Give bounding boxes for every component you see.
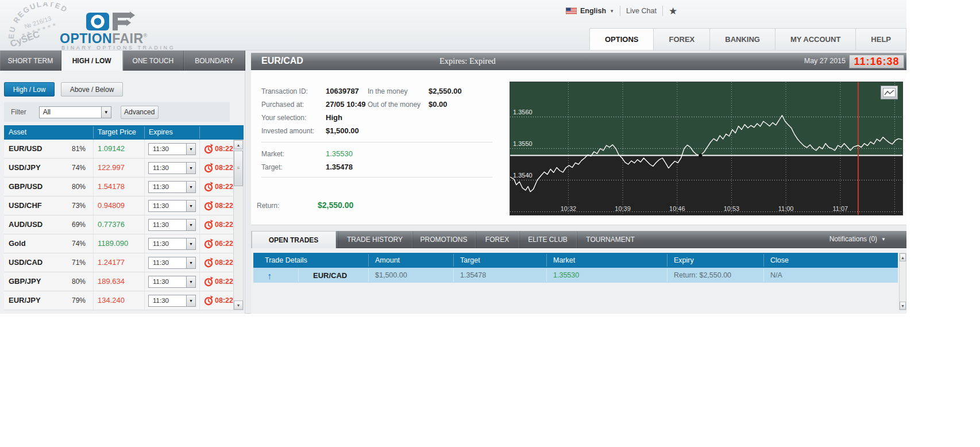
target-price: 122.997 <box>98 163 125 172</box>
instrument-title: EUR/CAD <box>261 56 303 66</box>
divider <box>261 142 492 142</box>
chevron-down-icon[interactable]: ▼ <box>186 219 195 230</box>
bottom-tab-bar: OPEN TRADES TRADE HISTORY PROMOTIONS FOR… <box>251 231 906 248</box>
transaction-id-value: 10639787 <box>326 87 359 95</box>
asset-row[interactable]: GBP/USD80%1.5417811:30▼08:22 <box>4 178 233 196</box>
asset-row[interactable]: USD/CHF73%0.9480911:30▼08:22 <box>4 196 233 215</box>
open-trades-section: Trade Details Amount Target Market Expir… <box>251 248 906 314</box>
countdown-time: 08:22 <box>215 296 233 305</box>
assets-scrollbar[interactable]: ▲ ≡ ▼ <box>233 140 244 310</box>
nav-tab-banking[interactable]: BANKING <box>709 28 775 50</box>
asset-row[interactable]: GBP/JPY80%189.63411:30▼08:22 <box>4 272 233 291</box>
asset-name: USD/CAD <box>9 258 43 267</box>
tab-high-low[interactable]: HIGH / LOW <box>61 51 123 71</box>
advanced-button[interactable]: Advanced <box>121 106 159 119</box>
divider <box>662 6 663 16</box>
nav-tab-options[interactable]: OPTIONS <box>589 28 654 50</box>
chevron-down-icon[interactable]: ▼ <box>186 201 195 211</box>
expiry-select[interactable]: 11:30▼ <box>148 276 196 288</box>
asset-row[interactable]: USD/CAD71%1.2417711:30▼08:22 <box>4 253 233 272</box>
expiry-select[interactable]: 11:30▼ <box>148 238 196 250</box>
out-money-label: Out of the money <box>368 101 420 109</box>
chevron-down-icon[interactable]: ▼ <box>186 182 195 192</box>
countdown-time: 08:22 <box>215 202 233 210</box>
nav-tab-my-account[interactable]: MY ACCOUNT <box>775 28 856 50</box>
expiry-select[interactable]: 11:30▼ <box>148 295 196 307</box>
purchased-at-value: 27/05 10:49 <box>326 100 365 109</box>
open-trade-row[interactable]: ↑ EUR/CAD $1,500.00 1.35478 1.35530 Retu… <box>253 268 898 283</box>
assets-panel: High / Low Above / Below Filter All ▼ Ad… <box>0 71 245 314</box>
tab-forex[interactable]: FOREX <box>475 231 519 248</box>
chevron-down-icon[interactable]: ▼ <box>186 295 195 306</box>
tab-promotions[interactable]: PROMOTIONS <box>412 231 475 248</box>
countdown-time: 08:22 <box>215 259 233 267</box>
trade-target: 1.35478 <box>460 271 486 279</box>
detail-label: Invested amount: <box>261 127 314 135</box>
chevron-down-icon[interactable]: ▼ <box>186 163 195 174</box>
asset-row[interactable]: EUR/USD81%1.0914211:30▼08:22 <box>4 140 233 159</box>
nav-tab-help[interactable]: HELP <box>855 28 906 50</box>
expiry-select[interactable]: 11:30▼ <box>148 219 196 231</box>
direction-up-icon: ↑ <box>267 271 272 282</box>
expiry-select[interactable]: 11:30▼ <box>148 181 196 193</box>
brand-wordmark: OPTIONFAIR® <box>60 31 148 47</box>
content-area: EU REGULATED № 216/13 ★ ★ ★ ★ ★ ★ ★ CySE… <box>0 0 906 314</box>
asset-name: AUD/USD <box>9 220 43 229</box>
filter-label: Filter <box>11 108 26 116</box>
filter-select[interactable]: All ▼ <box>39 106 111 118</box>
open-trades-header: Trade Details Amount Target Market Expir… <box>253 253 898 268</box>
tab-short-term[interactable]: SHORT TERM <box>0 51 61 71</box>
expiry-select[interactable]: 11:30▼ <box>148 143 196 155</box>
nav-tab-forex[interactable]: FOREX <box>653 28 710 50</box>
asset-row[interactable]: AUD/USD69%0.7737611:30▼08:22 <box>4 215 233 234</box>
countdown-clock-icon <box>203 276 214 287</box>
chevron-down-icon[interactable]: ▼ <box>186 144 195 155</box>
svg-text:10:46: 10:46 <box>669 205 685 212</box>
chevron-down-icon: ▼ <box>609 9 614 14</box>
market-value: 1.35530 <box>326 149 353 158</box>
brand-tagline: BINARY OPTIONS TRADING <box>61 45 175 51</box>
chevron-down-icon[interactable]: ▼ <box>101 107 111 118</box>
expiry-select[interactable]: 11:30▼ <box>148 162 196 174</box>
high-low-mode-button[interactable]: High / Low <box>4 82 55 97</box>
tab-open-trades[interactable]: OPEN TRADES <box>251 231 336 248</box>
asset-row[interactable]: USD/JPY74%122.99711:30▼08:22 <box>4 159 233 178</box>
scroll-down-button[interactable]: ▼ <box>234 300 243 310</box>
tab-one-touch[interactable]: ONE TOUCH <box>123 51 184 71</box>
tab-boundary[interactable]: BOUNDARY <box>184 51 245 71</box>
favorite-star-icon[interactable]: ★ <box>669 6 677 16</box>
chevron-down-icon: ▼ <box>881 237 886 242</box>
scroll-thumb[interactable]: ≡ <box>234 151 243 186</box>
scroll-up-button[interactable]: ▲ <box>234 140 243 149</box>
asset-name: Gold <box>9 239 26 248</box>
tab-trade-history[interactable]: TRADE HISTORY <box>337 231 412 248</box>
chart-type-button[interactable] <box>881 86 898 99</box>
scroll-down-button[interactable]: ▼ <box>900 302 906 310</box>
open-trades-scrollbar[interactable]: ▲ ▼ <box>899 253 906 310</box>
asset-row[interactable]: EUR/JPY79%134.24011:30▼08:22 <box>4 291 233 310</box>
expiry-select[interactable]: 11:30▼ <box>148 257 196 269</box>
notifications-toggle[interactable]: Notifications (0) ▼ <box>829 235 886 243</box>
tab-elite-club[interactable]: ELITE CLUB <box>519 231 576 248</box>
chevron-down-icon[interactable]: ▼ <box>186 276 195 287</box>
asset-name: EUR/JPY <box>9 296 41 305</box>
asset-row[interactable]: Gold74%1189.09011:30▼06:22 <box>4 234 233 253</box>
trade-asset: EUR/CAD <box>313 271 347 280</box>
svg-text:10:53: 10:53 <box>724 205 740 212</box>
countdown-clock-icon <box>203 238 214 249</box>
chevron-down-icon[interactable]: ▼ <box>186 238 195 249</box>
live-chat-link[interactable]: Live Chat <box>626 7 657 15</box>
language-selector[interactable]: English ▼ <box>566 7 614 15</box>
tab-tournament[interactable]: TOURNAMENT <box>576 231 644 248</box>
svg-text:1.3550: 1.3550 <box>513 140 533 147</box>
price-chart: 1.35601.35501.354010:3210:3910:4610:5311… <box>510 82 903 215</box>
expiry-select[interactable]: 11:30▼ <box>148 200 196 212</box>
scroll-up-button[interactable]: ▲ <box>900 253 906 261</box>
countdown-clock-icon <box>203 163 214 173</box>
chevron-down-icon[interactable]: ▼ <box>186 257 195 268</box>
above-below-mode-button[interactable]: Above / Below <box>61 82 123 97</box>
asset-name: GBP/USD <box>9 182 43 191</box>
payout-percent: 81% <box>72 145 86 153</box>
main-nav: OPTIONS FOREX BANKING MY ACCOUNT HELP <box>590 28 906 50</box>
detail-label: Your selection: <box>261 114 306 122</box>
